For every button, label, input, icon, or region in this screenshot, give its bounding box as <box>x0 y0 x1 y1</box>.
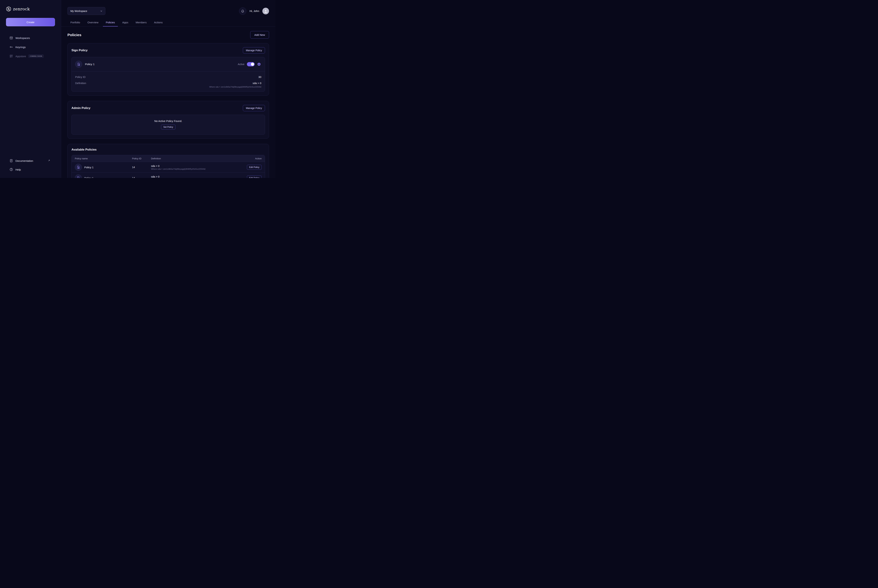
table-header-row: Policy name Policy ID Definition Action <box>72 155 265 162</box>
active-policy-row: Policy 1 Active <box>72 57 265 71</box>
col-policy-id: Policy ID <box>132 157 151 160</box>
gear-icon <box>257 62 261 66</box>
field-value: 30 <box>258 75 261 78</box>
col-policy-name: Policy name <box>75 157 132 160</box>
row-action: Edit Policy <box>241 176 262 178</box>
policy-controls: Active <box>238 62 261 66</box>
available-policies-header: Available Policies <box>71 148 265 152</box>
sidebar-footer: Documentation Help <box>6 157 55 173</box>
sidebar-item-appstore[interactable]: Appstore COMING SOON <box>6 52 55 60</box>
available-policies-card: Available Policies Policy name Policy ID… <box>68 144 269 178</box>
sidebar-item-label: Workspaces <box>15 36 30 39</box>
field-label: Policy ID <box>75 75 86 78</box>
col-definition: Definition <box>151 157 241 160</box>
row-definition: sda > 0 Where sda = zen1s9k5w74q08eyagpl… <box>151 175 241 178</box>
row-policy-id: 14 <box>132 166 151 169</box>
policy-settings-button[interactable] <box>257 62 261 66</box>
definition-value: sda > 0 <box>151 165 241 167</box>
policy-doc-icon <box>75 174 82 178</box>
page-head: Policies Add New <box>68 31 269 39</box>
table-row: Policy 1 14 sda > 0 Where sda = zen1s9k5… <box>72 162 265 172</box>
row-action: Edit Policy <box>241 165 262 170</box>
tab-members[interactable]: Members <box>132 19 150 27</box>
toggle-knob <box>251 63 254 66</box>
edit-policy-button[interactable]: Edit Policy <box>247 176 262 178</box>
key-icon <box>9 45 13 49</box>
admin-policy-header: Admin Policy Manage Policy <box>71 105 265 111</box>
policy-doc-icon <box>75 61 82 68</box>
manage-admin-policy-button[interactable]: Manage Policy <box>243 105 265 111</box>
main-area: My Workspace Hi, John <box>61 0 275 178</box>
create-button[interactable]: Create <box>6 18 55 26</box>
sidebar-item-documentation[interactable]: Documentation <box>6 157 55 164</box>
sidebar-item-label: Keyrings <box>15 46 26 49</box>
set-policy-button[interactable]: Set Policy <box>161 124 176 129</box>
coming-soon-badge: COMING SOON <box>29 55 44 58</box>
edit-policy-button[interactable]: Edit Policy <box>247 165 262 170</box>
definition-where: Where sda = zen1s9k5w74q08eyagplj3ll46f5… <box>151 168 241 170</box>
active-toggle[interactable] <box>247 62 255 66</box>
topbar: My Workspace Hi, John <box>61 0 275 15</box>
tab-actions[interactable]: Actions <box>151 19 165 27</box>
tab-overview[interactable]: Overview <box>84 19 102 27</box>
sign-policy-title: Sign Policy <box>71 49 88 52</box>
sidebar-nav: Workspaces Keyrings Appstore <box>6 34 55 60</box>
row-policy-name: Policy 1 <box>75 174 132 178</box>
page-content: Policies Add New Sign Policy Manage Poli… <box>61 27 275 178</box>
table-row: Policy 1 14 sda > 0 Where sda = zen1s9k5… <box>72 172 265 178</box>
sidebar-item-keyrings[interactable]: Keyrings <box>6 43 55 51</box>
tab-bar: Portfolio Overview Policies Apps Members… <box>61 19 275 27</box>
grid-icon <box>9 36 13 40</box>
user-greeting: Hi, John <box>250 9 259 12</box>
sidebar-item-help[interactable]: Help <box>6 166 55 173</box>
row-policy-name: Policy 1 <box>75 164 132 171</box>
policy-name: Policy 1 <box>85 63 95 66</box>
brand-logo: zenrock <box>6 6 55 12</box>
external-link-icon <box>48 159 50 162</box>
brand-name: zenrock <box>13 7 30 11</box>
zenrock-logo-icon <box>6 6 11 12</box>
admin-policy-title: Admin Policy <box>71 106 90 110</box>
definition-value: sda > 0 <box>151 175 241 178</box>
available-policies-title: Available Policies <box>71 148 96 152</box>
empty-state-text: No Active Policy Found. <box>154 120 182 123</box>
sidebar-item-label: Appstore <box>15 55 26 58</box>
policy-doc-icon <box>75 164 82 171</box>
sidebar-item-label: Help <box>15 168 21 171</box>
field-label: Definition <box>75 82 86 85</box>
col-action: Action <box>241 157 262 160</box>
policy-fields: Policy ID 30 Definition sda > 0 Where sd… <box>72 71 265 92</box>
workspace-selector[interactable]: My Workspace <box>68 7 105 15</box>
tab-policies[interactable]: Policies <box>103 19 118 27</box>
policy-id-row: Policy ID 30 <box>75 74 261 80</box>
sign-policy-card: Sign Policy Manage Policy <box>68 43 269 96</box>
user-icon <box>264 9 268 13</box>
app-root: zenrock Create Workspaces Keyrings <box>0 0 275 178</box>
row-definition: sda > 0 Where sda = zen1s9k5w74q08eyagpl… <box>151 165 241 170</box>
status-label: Active <box>238 63 244 66</box>
avatar[interactable] <box>262 8 269 14</box>
sign-policy-header: Sign Policy Manage Policy <box>71 47 265 54</box>
sidebar: zenrock Create Workspaces Keyrings <box>0 0 61 178</box>
workspace-selector-value: My Workspace <box>71 10 87 12</box>
field-value: sda > 0 <box>253 82 261 85</box>
definition-where: Where sda = zen1s9k5w74q08eyagplj3ll46f5… <box>75 86 261 88</box>
tab-apps[interactable]: Apps <box>119 19 131 27</box>
definition-row: Definition sda > 0 <box>75 80 261 86</box>
topbar-right: Hi, John <box>239 8 269 15</box>
admin-policy-panel: No Active Policy Found. Set Policy <box>71 115 265 135</box>
sidebar-item-workspaces[interactable]: Workspaces <box>6 34 55 42</box>
sidebar-item-label: Documentation <box>15 159 33 162</box>
add-new-button[interactable]: Add New <box>250 31 269 39</box>
manage-sign-policy-button[interactable]: Manage Policy <box>243 47 265 54</box>
policy-name: Policy 1 <box>84 177 93 178</box>
tab-portfolio[interactable]: Portfolio <box>68 19 83 27</box>
page-title: Policies <box>68 33 81 37</box>
notifications-button[interactable] <box>239 8 247 15</box>
help-icon <box>9 168 13 171</box>
sign-policy-panel: Policy 1 Active <box>71 57 265 92</box>
chevron-down-icon <box>100 10 103 12</box>
policy-name: Policy 1 <box>84 166 93 169</box>
admin-policy-card: Admin Policy Manage Policy No Active Pol… <box>68 101 269 139</box>
policies-table: Policy name Policy ID Definition Action … <box>71 155 265 178</box>
